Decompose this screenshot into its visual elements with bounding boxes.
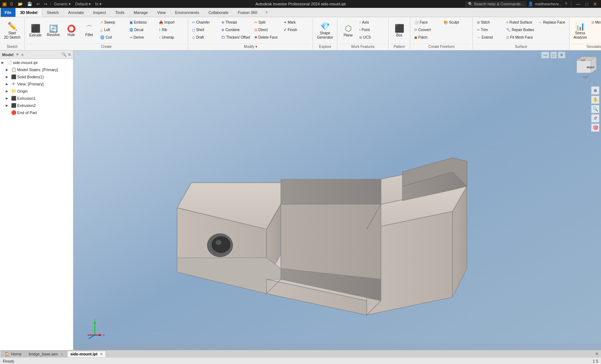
- split-btn[interactable]: ✂Split: [253, 19, 281, 26]
- shell-btn[interactable]: ◻Shell: [190, 26, 219, 33]
- sculpt-btn[interactable]: 🎨Sculpt: [442, 19, 470, 26]
- freeform-convert-btn[interactable]: ⟳Convert: [412, 26, 441, 33]
- finish-btn[interactable]: ✔Finish: [282, 26, 311, 33]
- mark-btn[interactable]: ✦Mark: [282, 19, 311, 26]
- plane-btn[interactable]: ⬡ Plane: [339, 19, 357, 43]
- tab-bridge[interactable]: bridge_base.iam ✕: [25, 351, 66, 357]
- stress-analysis-btn[interactable]: 📊 StressAnalysis: [572, 19, 589, 43]
- tree-item-extrusion2[interactable]: ▶ ⬛ Extrusion2: [0, 102, 73, 109]
- shape-generator-btn[interactable]: 💎 ShapeGenerator: [315, 19, 335, 43]
- minimize-btn[interactable]: —: [574, 1, 582, 7]
- solidbodies-label: Solid Bodies(1): [17, 75, 44, 79]
- tree-item-view[interactable]: ▶ 👁 View: [Primary]: [0, 80, 73, 88]
- direct-btn[interactable]: ⊡Direct: [253, 26, 281, 33]
- sidemount-tab-close[interactable]: ✕: [100, 352, 103, 356]
- full-navigation-btn[interactable]: ⊕: [591, 86, 600, 95]
- repair-bodies-btn[interactable]: 🔧Repair Bodies: [504, 26, 536, 33]
- viewport-minimize-btn[interactable]: —: [541, 52, 549, 58]
- bridge-tab-close[interactable]: ✕: [60, 352, 63, 356]
- add-tab-btn[interactable]: +: [21, 52, 24, 58]
- import-btn[interactable]: 📥Import: [157, 19, 186, 26]
- draft-btn[interactable]: ◇Draft: [190, 34, 219, 41]
- mesh-face-btn[interactable]: ⊞Mesh Face: [590, 19, 601, 26]
- revolve-btn[interactable]: 🔄 Revolve: [45, 19, 62, 43]
- viewport-close-btn[interactable]: ✕: [558, 52, 565, 58]
- tab-inspect[interactable]: Inspect: [89, 8, 111, 17]
- replace-face-btn[interactable]: ↔Replace Face: [537, 19, 567, 26]
- redo-btn[interactable]: ↪: [43, 1, 49, 7]
- tree-item-endofpart[interactable]: 🔴 End of Part: [0, 109, 73, 116]
- unwrap-btn[interactable]: ↕Unwrap: [157, 34, 186, 41]
- model-tab-close[interactable]: ✕: [16, 52, 19, 57]
- thicken-btn[interactable]: ⧠Thicken/ Offset: [220, 34, 252, 41]
- derive-btn[interactable]: ⇒Derive: [128, 34, 156, 41]
- sidebar-search-btn[interactable]: 🔍: [62, 52, 67, 57]
- look-at-btn[interactable]: 🎯: [591, 123, 600, 132]
- maximize-btn[interactable]: □: [583, 1, 590, 7]
- sweep-btn[interactable]: ↗Sweep: [98, 19, 127, 26]
- sketch-select[interactable]: Generic ▾: [53, 1, 73, 7]
- emboss-btn[interactable]: ▣Emboss: [128, 19, 156, 26]
- trim-btn[interactable]: ✂Trim: [475, 26, 504, 33]
- chamfer-btn[interactable]: ✂Chamfer: [190, 19, 219, 26]
- ucs-btn[interactable]: ⊞UCS: [357, 34, 386, 41]
- stitch-btn[interactable]: ⊞Stitch: [475, 19, 504, 26]
- axis-btn[interactable]: ↕Axis: [357, 19, 386, 26]
- tabbar-menu-btn[interactable]: ≡: [594, 351, 600, 356]
- tab-fusion360[interactable]: Fusion 360: [233, 8, 262, 17]
- pan-btn[interactable]: ✋: [591, 95, 600, 104]
- new-file-btn[interactable]: 🗋: [8, 1, 15, 7]
- fillet-btn[interactable]: ⌒ Fillet: [80, 19, 98, 43]
- tree-item-origin[interactable]: ▶ 📁 Origin: [0, 88, 73, 95]
- loft-btn[interactable]: △Loft: [98, 26, 127, 33]
- tab-annotate[interactable]: Annotate: [64, 8, 89, 17]
- model-tab-label[interactable]: Model: [2, 53, 14, 57]
- tree-item-solidbodies[interactable]: ▶ ⬛ Solid Bodies(1): [0, 73, 73, 80]
- tab-sidemount[interactable]: side-mount.ipt ✕: [67, 351, 106, 357]
- deleteface-btn[interactable]: ✖Delete Face: [253, 34, 281, 41]
- tree-item-modelstates[interactable]: ▶ 📋 Model States: [Primary]: [0, 66, 73, 73]
- combine-btn[interactable]: ⊕Combine: [220, 26, 252, 33]
- decal-btn[interactable]: 🖼Decal: [128, 26, 156, 33]
- rib-btn[interactable]: ⌇Rib: [157, 26, 186, 33]
- expand-ribbon-btn[interactable]: ▾: [264, 9, 269, 16]
- viewcube[interactable]: TOP RIGHT TOP: [570, 53, 598, 82]
- viewport-maximize-btn[interactable]: □: [551, 52, 557, 58]
- sketch-tools: ✏️ Start2D Sketch: [1, 18, 23, 44]
- tab-sketch[interactable]: Sketch: [42, 8, 64, 17]
- tab-collaborate[interactable]: Collaborate: [204, 8, 233, 17]
- close-btn[interactable]: ✕: [591, 1, 599, 7]
- tab-view[interactable]: View: [152, 8, 170, 17]
- orbit-btn[interactable]: ↺: [591, 114, 600, 123]
- extrude-btn[interactable]: ⬛ Extrude: [27, 19, 44, 43]
- tree-item-sidemount[interactable]: ▶ 📄 side-mount.ipt: [0, 59, 73, 66]
- undo-btn[interactable]: ↩: [35, 1, 41, 7]
- sidebar-menu-btn[interactable]: ≡: [68, 52, 71, 57]
- fx-btn[interactable]: fx ▾: [94, 1, 103, 7]
- tree-item-extrusion1[interactable]: ▶ ⬛ Extrusion1: [0, 95, 73, 102]
- search-help-box[interactable]: 🔍 Search Help & Commands...: [465, 1, 527, 7]
- fit-mesh-face-btn[interactable]: ⊡Fit Mesh Face: [504, 34, 536, 41]
- point-btn[interactable]: •Point: [357, 26, 386, 33]
- patch-btn[interactable]: ◼Patch: [412, 34, 441, 41]
- tab-environments[interactable]: Environments: [170, 8, 204, 17]
- coil-btn[interactable]: 🌀Coil: [98, 34, 127, 41]
- start-2d-sketch-btn[interactable]: ✏️ Start2D Sketch: [2, 19, 22, 43]
- viewport[interactable]: TOP RIGHT TOP ⊕ ✋ 🔍 ↺ 🎯: [73, 50, 601, 350]
- color-scheme-select[interactable]: Default ▾: [74, 1, 92, 7]
- tab-file[interactable]: File: [1, 8, 15, 17]
- help-btn[interactable]: ?: [563, 1, 568, 7]
- face-btn[interactable]: ⬜Face: [412, 19, 441, 26]
- ruled-surface-btn[interactable]: ≡Ruled Surface: [504, 19, 536, 26]
- hole-btn[interactable]: ⭕ Hole: [63, 19, 80, 43]
- tab-tools[interactable]: Tools: [111, 8, 129, 17]
- tab-3dmodel[interactable]: 3D Model: [15, 8, 42, 17]
- thread-btn[interactable]: ≋Thread: [220, 19, 252, 26]
- zoom-btn[interactable]: 🔍: [591, 105, 600, 113]
- save-btn[interactable]: 💾: [26, 1, 34, 7]
- box-btn[interactable]: ⬛ Box: [391, 19, 408, 43]
- tab-home[interactable]: 🏠 Home: [1, 351, 25, 357]
- extend-btn[interactable]: ↔Extend: [475, 34, 504, 41]
- tab-manage[interactable]: Manage: [129, 8, 153, 17]
- open-btn[interactable]: 📂: [16, 1, 24, 7]
